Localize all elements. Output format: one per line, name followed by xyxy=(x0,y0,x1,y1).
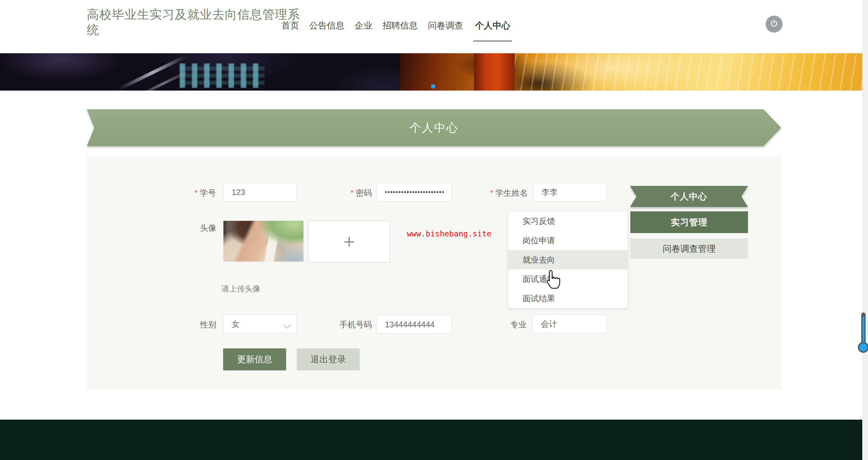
required-mark: * xyxy=(490,188,493,197)
menu-item-employment-direction[interactable]: 就业去向 xyxy=(508,250,628,269)
menu-item-interview-result[interactable]: 面试结果 xyxy=(508,289,628,308)
logout-power-button[interactable] xyxy=(766,16,783,33)
banner-light-streak xyxy=(118,55,187,90)
banner-carousel xyxy=(0,53,868,91)
site-watermark: www.bishebang.site xyxy=(407,229,491,238)
scrollbar-knob[interactable] xyxy=(858,342,868,353)
logout-button[interactable]: 退出登录 xyxy=(297,348,360,370)
student-id-input[interactable]: 123 xyxy=(223,183,297,202)
menu-item-internship-feedback[interactable]: 实习反馈 xyxy=(508,211,628,231)
scrollbar-track[interactable] xyxy=(862,0,868,460)
nav-item-home[interactable]: 首页 xyxy=(281,20,299,40)
password-label: *密码 xyxy=(338,188,372,198)
nav-item-recruitment[interactable]: 招聘信息 xyxy=(382,20,418,40)
header: 高校毕业生实习及就业去向信息管理系统 首页 公告信息 企业 招聘信息 问卷调查 … xyxy=(0,0,868,53)
banner-red-building xyxy=(474,53,515,91)
sidebar-item-internship-management[interactable]: 实习管理 xyxy=(630,211,748,233)
site-title: 高校毕业生实习及就业去向信息管理系统 xyxy=(87,7,302,38)
phone-label: 手机号码 xyxy=(321,319,372,330)
phone-input[interactable]: 13444444444 xyxy=(376,315,452,334)
update-info-button[interactable]: 更新信息 xyxy=(223,348,286,370)
main-nav: 首页 公告信息 企业 招聘信息 问卷调查 个人中心 xyxy=(281,20,512,42)
nav-item-companies[interactable]: 企业 xyxy=(355,20,372,40)
required-mark: * xyxy=(351,188,354,197)
internship-dropdown-menu: 实习反馈 岗位申请 就业去向 面试通知 面试结果 xyxy=(508,211,628,308)
student-id-label: *学号 xyxy=(182,188,216,198)
avatar-upload-hint: 请上传头像 xyxy=(221,284,260,294)
student-name-input[interactable]: 李李 xyxy=(533,183,607,202)
avatar-preview-image xyxy=(223,221,304,262)
menu-item-job-application[interactable]: 岗位申请 xyxy=(508,231,628,250)
page-title-ribbon: 个人中心 xyxy=(87,109,781,146)
avatar-upload-box[interactable]: + xyxy=(308,221,390,263)
scrollbar-thumb[interactable] xyxy=(861,312,866,346)
sidebar-item-survey-management[interactable]: 问卷调查管理 xyxy=(630,238,748,259)
required-mark: * xyxy=(195,188,198,197)
gender-label: 性别 xyxy=(196,319,216,330)
sidebar-ribbon: 个人中心 xyxy=(630,186,748,207)
nav-item-announcements[interactable]: 公告信息 xyxy=(309,20,344,40)
gender-select[interactable]: 女 xyxy=(223,314,297,333)
carousel-dot[interactable] xyxy=(431,84,435,89)
page-title: 个人中心 xyxy=(87,109,781,146)
power-icon xyxy=(770,19,778,29)
student-name-label: *学生姓名 xyxy=(474,188,528,198)
avatar-label: 头像 xyxy=(196,223,216,233)
major-label: 专业 xyxy=(493,319,527,330)
banner-light-trails xyxy=(485,53,868,91)
footer xyxy=(0,420,868,460)
chevron-down-icon xyxy=(283,322,291,331)
password-input[interactable]: •••••••••••••••••••••• xyxy=(376,183,452,202)
plus-icon: + xyxy=(343,232,355,251)
nav-item-survey[interactable]: 问卷调查 xyxy=(428,20,463,40)
banner-building-windows xyxy=(180,63,264,88)
major-input[interactable]: 会计 xyxy=(532,314,607,333)
sidebar-item-personal-center[interactable]: 个人中心 xyxy=(630,186,748,207)
nav-item-personal-center[interactable]: 个人中心 xyxy=(473,20,512,42)
app: 高校毕业生实习及就业去向信息管理系统 首页 公告信息 企业 招聘信息 问卷调查 … xyxy=(0,0,868,460)
menu-item-interview-notice[interactable]: 面试通知 xyxy=(508,269,628,289)
